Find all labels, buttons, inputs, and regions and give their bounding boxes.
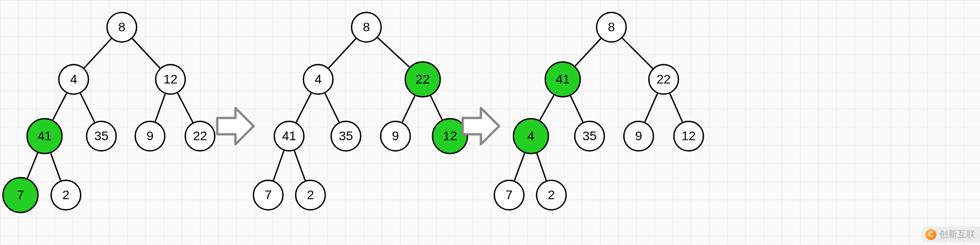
step-arrow-icon	[215, 104, 255, 150]
tree-node: 2	[295, 180, 326, 211]
tree-edge	[325, 93, 339, 122]
tree-edge	[645, 93, 658, 122]
tree-edge	[402, 96, 415, 122]
tree-edge	[53, 93, 66, 120]
tree-node: 41	[545, 61, 581, 98]
tree-edge	[51, 153, 61, 181]
tree-edge	[155, 94, 165, 122]
tree-node: 12	[673, 121, 704, 152]
tree-edge	[537, 153, 546, 181]
tree-node: 22	[185, 121, 215, 152]
tree-node: 4	[513, 118, 549, 154]
tree-node: 2	[536, 180, 567, 211]
tree-edge	[329, 39, 356, 68]
tree-node: 4	[303, 64, 334, 95]
tree-edge	[296, 93, 311, 122]
tree-node: 12	[155, 64, 186, 95]
tree-node: 9	[135, 121, 165, 152]
tree-edge	[132, 39, 160, 68]
tree-edge	[27, 153, 38, 178]
tree-edge	[84, 39, 111, 68]
tree-edge	[378, 38, 410, 67]
tree-node: 2	[50, 180, 81, 211]
tree-node: 4	[58, 64, 89, 95]
tree-node: 8	[351, 12, 382, 43]
tree-edge	[540, 95, 554, 120]
tree-node: 9	[623, 121, 654, 152]
watermark-text: 创新互联	[939, 228, 975, 240]
watermark-logo-icon	[925, 229, 936, 240]
tree-edge	[515, 153, 525, 181]
tree-edge	[430, 96, 442, 120]
tree-node: 35	[86, 121, 117, 152]
tree-node: 35	[330, 121, 361, 152]
tree-node: 7	[253, 180, 284, 211]
tree-edge	[295, 151, 305, 181]
tree-node: 35	[574, 121, 605, 152]
tree-edge	[670, 93, 683, 122]
tree-edge	[178, 93, 193, 122]
tree-edge	[575, 39, 601, 66]
tree-node: 41	[274, 121, 305, 152]
tree-edge	[622, 38, 653, 69]
tree-node: 22	[648, 64, 679, 95]
tree-node: 8	[106, 12, 137, 43]
tree-node: 22	[405, 61, 441, 98]
tree-edge	[80, 93, 95, 122]
tree-edge	[273, 151, 284, 181]
tree-node: 7	[2, 177, 39, 213]
watermark: 创新互联	[921, 226, 980, 242]
tree-node: 8	[596, 12, 627, 43]
tree-node: 41	[26, 118, 63, 154]
tree-edge	[570, 96, 583, 122]
tree-node: 7	[494, 180, 525, 211]
tree-node: 9	[380, 121, 411, 152]
step-arrow-icon	[461, 104, 501, 150]
